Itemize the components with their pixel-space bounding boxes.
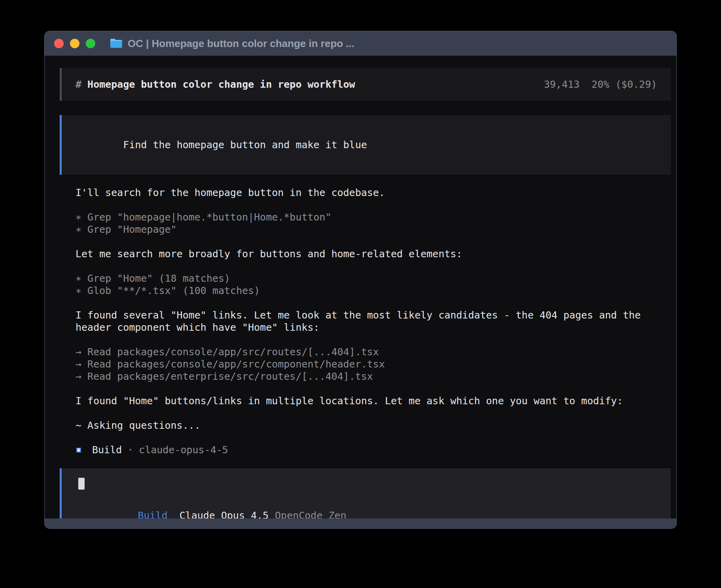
traffic-lights <box>54 39 95 48</box>
input-status-row: BuildClaude Opus 4.5OpenCode Zen <box>78 497 657 518</box>
tool-call-line: → Read packages/console/app/src/componen… <box>75 358 646 370</box>
terminal-window: OC | Homepage button color change in rep… <box>44 31 677 529</box>
assistant-text-line: ~ Asking questions... <box>75 419 646 432</box>
assistant-text-line: Let me search more broadly for buttons a… <box>75 248 646 260</box>
window-title: OC | Homepage button color change in rep… <box>128 38 355 50</box>
session-title-hash: # <box>75 79 87 90</box>
agent-separator: · <box>127 444 133 456</box>
terminal-content: # Homepage button color change in repo w… <box>45 56 676 518</box>
agent-icon <box>76 448 81 452</box>
tool-call-line: → Read packages/console/app/src/routes/[… <box>75 346 646 358</box>
agent-model: claude-opus-4-5 <box>139 444 228 456</box>
window-bottom-frame <box>45 518 676 528</box>
tool-call-line: ∗ Grep "Home" (18 matches) <box>75 272 646 285</box>
user-message: Find the homepage button and make it blu… <box>60 115 671 175</box>
tool-call-block: ∗ Grep "homepage|home.*button|Home.*butt… <box>75 211 646 236</box>
assistant-text-block: Let me search more broadly for buttons a… <box>75 248 646 260</box>
zoom-button[interactable] <box>86 39 95 48</box>
session-header: # Homepage button color change in repo w… <box>60 68 671 101</box>
session-stats: 39,413 20% ($0.29) <box>544 78 657 90</box>
folder-icon <box>109 38 123 49</box>
text-cursor <box>78 478 85 490</box>
assistant-text-line: I found several "Home" links. Let me loo… <box>75 309 646 334</box>
close-button[interactable] <box>54 39 64 48</box>
assistant-text-line: I found "Home" buttons/links in multiple… <box>75 395 646 407</box>
assistant-text-block: I'll search for the homepage button in t… <box>75 187 646 199</box>
tool-call-line: ∗ Grep "Homepage" <box>75 223 646 236</box>
input-model-label[interactable]: Claude Opus 4.5 <box>179 510 269 518</box>
tool-call-line: → Read packages/enterprise/src/routes/[.… <box>75 370 646 383</box>
desktop: OC | Homepage button color change in rep… <box>0 0 721 588</box>
session-title-text: Homepage button color change in repo wor… <box>87 79 355 90</box>
assistant-text-block: ~ Asking questions... <box>75 419 646 432</box>
user-message-text: Find the homepage button and make it blu… <box>123 139 367 151</box>
prompt-input[interactable]: BuildClaude Opus 4.5OpenCode Zen <box>60 468 671 518</box>
transcript: I'll search for the homepage button in t… <box>75 187 646 444</box>
input-provider-label: OpenCode Zen <box>275 510 347 518</box>
window-titlebar[interactable]: OC | Homepage button color change in rep… <box>45 31 676 56</box>
assistant-text-block: I found several "Home" links. Let me loo… <box>75 309 646 334</box>
tool-call-block: ∗ Grep "Home" (18 matches)∗ Glob "**/*.t… <box>75 272 646 297</box>
session-title: # Homepage button color change in repo w… <box>75 78 355 90</box>
tool-call-line: ∗ Grep "homepage|home.*button|Home.*butt… <box>75 211 646 223</box>
tool-call-line: ∗ Glob "**/*.tsx" (100 matches) <box>75 285 646 297</box>
assistant-text-line: I'll search for the homepage button in t… <box>75 187 646 199</box>
input-agent-label[interactable]: Build <box>138 510 168 518</box>
agent-name: Build <box>92 444 122 456</box>
minimize-button[interactable] <box>70 39 79 48</box>
tool-call-block: → Read packages/console/app/src/routes/[… <box>75 346 646 383</box>
assistant-text-block: I found "Home" buttons/links in multiple… <box>75 395 646 407</box>
agent-status-line: Build · claude-opus-4-5 <box>76 444 671 456</box>
